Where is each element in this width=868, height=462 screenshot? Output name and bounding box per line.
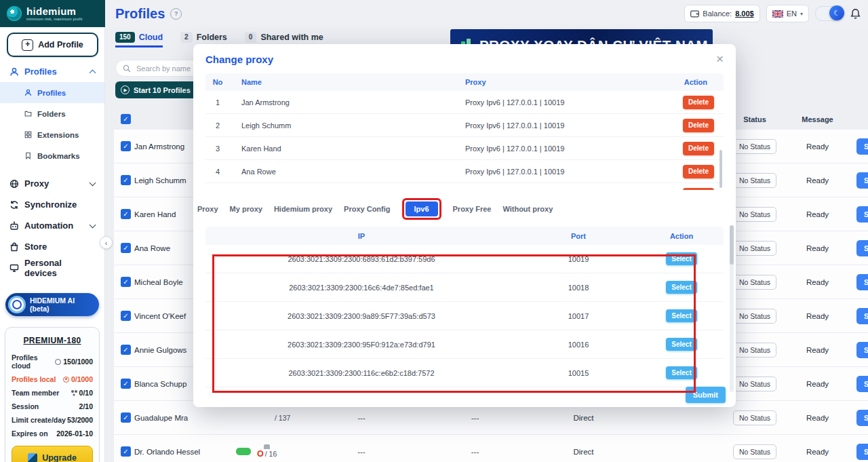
uk-flag-icon <box>772 10 783 18</box>
proxy-value: Proxy Ipv6 | 127.0.0.1 | 10019 <box>465 145 612 153</box>
row-checkbox[interactable]: ✓ <box>121 277 131 287</box>
row-start-button[interactable]: Start <box>856 444 868 460</box>
delete-button[interactable]: Delete <box>683 119 714 132</box>
row-checkbox[interactable]: ✓ <box>121 446 131 457</box>
row-checkbox[interactable]: ✓ <box>121 311 131 321</box>
row-checkbox-cell: ✓ <box>114 209 134 219</box>
ip-address: 2603:3021:3309:2300:16c6:4de7:85ed:fae1 <box>205 284 517 292</box>
ai-button-label: HIDEMIUM AI (beta) <box>30 296 95 313</box>
start-profiles-button[interactable]: ▶ Start 10 Profiles <box>115 81 199 98</box>
sidebar-item-synchronize[interactable]: Synchronize <box>0 194 104 215</box>
select-button[interactable]: Select <box>666 281 697 294</box>
select-button[interactable]: Select <box>666 366 697 379</box>
row-checkbox[interactable]: ✓ <box>121 209 131 219</box>
status-badge: No Status <box>733 241 776 256</box>
select-button[interactable]: Select <box>666 309 697 322</box>
sidebar-collapse-button[interactable]: ‹ <box>100 236 113 249</box>
version-ratio: / 16 <box>265 450 277 458</box>
close-icon[interactable]: × <box>716 52 724 65</box>
row-start-button[interactable]: Start <box>856 274 868 290</box>
row-start-button[interactable]: Start <box>856 240 868 256</box>
row-checkbox[interactable]: ✓ <box>121 175 131 185</box>
row-checkbox[interactable]: ✓ <box>121 345 131 355</box>
row-action-cell: Start <box>840 274 868 290</box>
sidebar-item-proxy[interactable]: Proxy <box>0 173 104 194</box>
row-checkbox-cell: ✓ <box>114 175 134 185</box>
scrollbar-thumb[interactable] <box>730 225 734 265</box>
device-icon <box>264 444 270 449</box>
tab-my-proxy[interactable]: My proxy <box>230 205 262 213</box>
delete-button[interactable]: Delete <box>683 165 714 178</box>
row-checkbox[interactable]: ✓ <box>121 243 131 253</box>
tab-cloud[interactable]: 150 Cloud <box>115 28 163 47</box>
sidebar-item-personal-devices[interactable]: Personal devices <box>0 257 104 278</box>
help-icon[interactable]: ? <box>170 8 182 20</box>
modal-scrollbar[interactable] <box>730 225 734 392</box>
row-start-button[interactable]: Start <box>856 308 868 324</box>
plan-stat-row: Profiles cloud 150/1000 <box>12 353 93 370</box>
sidebar-subitem-folders[interactable]: Folders <box>0 103 104 124</box>
tab-hidemium-proxy[interactable]: Hidemium proxy <box>274 205 332 213</box>
brand-logo[interactable]: hidemium minimum risk, maximum profit <box>0 0 105 27</box>
robot-icon <box>9 221 19 231</box>
search-icon <box>123 64 131 73</box>
delete-button[interactable]: Delete <box>683 188 714 191</box>
sidebar-item-label: Profiles <box>24 66 85 77</box>
language-label: EN <box>787 9 797 18</box>
message-cell: Ready <box>795 176 840 185</box>
row-action-cell: Start <box>840 206 868 223</box>
select-all-checkbox[interactable]: ✓ <box>121 114 131 124</box>
devices-icon <box>9 263 19 273</box>
sidebar-item-profiles[interactable]: Profiles <box>0 61 104 82</box>
delete-button[interactable]: Delete <box>683 96 714 109</box>
row-start-button[interactable]: Start <box>856 410 868 426</box>
sidebar-subitem-label: Bookmarks <box>37 152 80 160</box>
tab-proxy-free[interactable]: Proxy Free <box>453 205 492 213</box>
plan-stat-row: Profiles local 0/1000 <box>12 375 93 383</box>
language-selector[interactable]: EN ▾ <box>766 5 809 22</box>
column-header-action: Action <box>639 232 724 240</box>
sidebar-subitem-profiles[interactable]: Profiles <box>0 82 104 103</box>
header-checkbox-cell: ✓ <box>114 114 134 124</box>
ip-table-body: 2603:3021:3309:2300:6893:61d2:b397:59d6 … <box>205 245 724 387</box>
proxy-table-viewport: 1 Jan Armstrong Proxy Ipv6 | 127.0.0.1 |… <box>205 91 724 190</box>
brand-text: hidemium minimum risk, maximum profit <box>26 6 83 21</box>
add-profile-button[interactable]: + Add Profile <box>7 33 98 57</box>
row-checkbox-cell: ✓ <box>114 412 134 423</box>
stat-value: 2026-01-10 <box>56 429 93 438</box>
status-cell: No Status <box>714 444 795 459</box>
submit-button[interactable]: Submit <box>686 387 726 403</box>
sidebar-subitem-extensions[interactable]: Extensions <box>0 124 104 145</box>
tab-proxy-config[interactable]: Proxy Config <box>344 205 390 213</box>
play-icon: ▶ <box>121 85 130 94</box>
tab-without-proxy[interactable]: Without proxy <box>502 205 553 213</box>
hidemium-ai-button[interactable]: HIDEMIUM AI (beta) <box>5 293 99 316</box>
sidebar: + Add Profile Profiles Profiles Folders … <box>0 27 105 462</box>
row-start-button[interactable]: Start <box>856 206 868 223</box>
row-start-button[interactable]: Start <box>856 138 868 155</box>
row-start-button[interactable]: Start <box>856 342 868 358</box>
balance-chip[interactable]: Balance: 8.00$ <box>684 5 760 22</box>
browser-stack: O/ 16 <box>257 444 277 459</box>
delete-button[interactable]: Delete <box>683 142 714 155</box>
select-button[interactable]: Select <box>666 338 697 351</box>
tab-ipv6[interactable]: Ipv6 <box>406 201 438 216</box>
row-checkbox[interactable]: ✓ <box>121 141 131 151</box>
sidebar-item-automation[interactable]: Automation <box>0 215 104 236</box>
notification-bell-icon[interactable] <box>850 8 861 20</box>
select-button[interactable]: Select <box>666 252 697 265</box>
row-start-button[interactable]: Start <box>856 376 868 392</box>
folder-icon <box>24 110 32 117</box>
sidebar-subitem-bookmarks[interactable]: Bookmarks <box>0 145 104 166</box>
sidebar-item-store[interactable]: Store <box>0 236 104 257</box>
row-checkbox[interactable]: ✓ <box>121 379 131 389</box>
scrollbar-thumb[interactable] <box>719 150 722 188</box>
row-checkbox[interactable]: ✓ <box>121 412 131 423</box>
row-start-button[interactable]: Start <box>856 172 868 189</box>
upgrade-button[interactable]: Upgrade <box>12 446 93 462</box>
stat-label: Expires on <box>12 429 48 438</box>
check-icon: ✓ <box>123 211 128 218</box>
theme-toggle[interactable]: ☾ <box>815 6 844 21</box>
tab-proxy[interactable]: Proxy <box>197 205 218 213</box>
chevron-up-icon <box>90 69 96 76</box>
